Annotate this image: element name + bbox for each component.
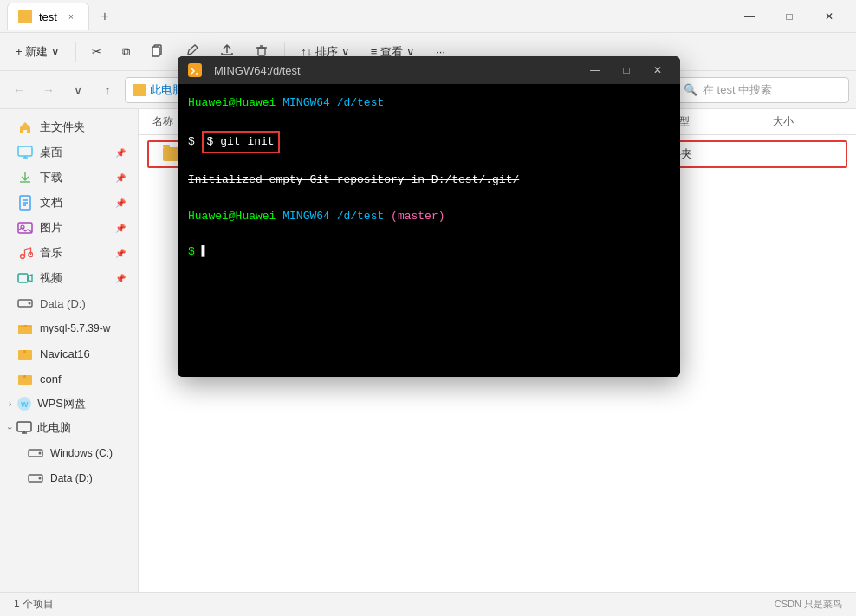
desktop-icon — [17, 145, 33, 160]
terminal-line-2: $ $ git init — [188, 131, 670, 154]
breadcrumb-folder-icon — [133, 84, 146, 96]
videos-icon — [17, 270, 33, 286]
title-bar: test × + — □ ✕ — [0, 0, 856, 33]
sidebar-item-navicat[interactable]: Navicat16 — [3, 341, 134, 366]
window-controls: — □ ✕ — [730, 3, 849, 30]
search-icon: 🔍 — [684, 83, 697, 96]
conf-folder-icon — [17, 371, 33, 386]
terminal-line-1: Huawei@Huawei MINGW64 /d/test — [188, 94, 670, 113]
svg-rect-2 — [258, 48, 265, 55]
wps-icon: W — [16, 396, 32, 412]
tab-close-button[interactable]: × — [64, 10, 78, 23]
svg-rect-3 — [18, 146, 32, 156]
svg-point-19 — [39, 452, 42, 455]
terminal-titlebar: MINGW64:/d/test — □ ✕ — [178, 56, 680, 84]
svg-rect-9 — [18, 274, 28, 282]
terminal-close-button[interactable]: ✕ — [645, 58, 670, 82]
sidebar-item-datad[interactable]: Data (D:) — [3, 291, 134, 315]
pc-chevron-icon: › — [5, 426, 15, 429]
sidebar-label-videos: 视频 — [40, 270, 62, 286]
cut-button[interactable]: ✂ — [83, 41, 110, 62]
tab-area: test × + — [7, 3, 730, 30]
terminal-minimize-button[interactable]: — — [583, 58, 607, 82]
terminal-maximize-button[interactable]: □ — [614, 58, 639, 82]
sidebar-section-pc[interactable]: › 此电脑 — [0, 416, 138, 440]
down-button[interactable]: ∨ — [66, 78, 90, 102]
sidebar: 主文件夹 桌面 📌 下载 📌 文档 📌 — [0, 109, 139, 592]
forward-button[interactable]: → — [36, 78, 61, 102]
wps-chevron-icon: › — [9, 399, 11, 409]
sidebar-label-desktop: 桌面 — [40, 145, 62, 160]
terminal-title-label: MINGW64:/d/test — [214, 64, 576, 77]
sidebar-label-pc: 此电脑 — [37, 420, 71, 436]
terminal-cursor: ▌ — [202, 245, 209, 258]
terminal-user-1: Huawei@Huawei — [188, 96, 276, 109]
sidebar-item-datad2[interactable]: Data (D:) — [3, 466, 134, 490]
new-button[interactable]: + 新建 ∨ — [7, 40, 68, 64]
sidebar-item-home[interactable]: 主文件夹 — [3, 115, 134, 139]
up-button[interactable]: ↑ — [95, 78, 120, 102]
sidebar-item-docs[interactable]: 文档 📌 — [3, 191, 134, 215]
terminal-git-init-highlight: $ git init — [202, 131, 280, 154]
sidebar-section-wps[interactable]: › W WPS网盘 — [0, 392, 138, 416]
minimize-button[interactable]: — — [730, 3, 769, 30]
sidebar-label-datad: Data (D:) — [40, 297, 86, 310]
terminal-path-1: MINGW64 /d/test — [282, 96, 384, 109]
videos-pin-icon: 📌 — [115, 274, 126, 283]
close-button[interactable]: ✕ — [809, 3, 849, 30]
sidebar-item-videos[interactable]: 视频 📌 — [3, 266, 134, 290]
sidebar-item-pics[interactable]: 图片 📌 — [3, 216, 134, 240]
download-icon — [17, 170, 33, 185]
svg-rect-1 — [152, 47, 159, 56]
status-right: CSDN 只是菜鸟 — [775, 598, 842, 611]
svg-text:W: W — [21, 400, 29, 409]
csdn-brand: CSDN 只是菜鸟 — [775, 598, 842, 611]
cut-icon: ✂ — [92, 45, 101, 58]
sidebar-label-datad2: Data (D:) — [50, 472, 93, 484]
desktop-pin-icon: 📌 — [115, 148, 126, 158]
back-button[interactable]: ← — [7, 78, 31, 102]
terminal-body[interactable]: Huawei@Huawei MINGW64 /d/test $ $ git in… — [178, 84, 680, 377]
datad2-icon — [28, 470, 43, 486]
terminal-branch: (master) — [391, 210, 444, 223]
sidebar-item-desktop[interactable]: 桌面 📌 — [3, 140, 134, 165]
sidebar-label-pics: 图片 — [40, 220, 62, 236]
maximize-button[interactable]: □ — [769, 3, 809, 30]
sidebar-label-conf: conf — [40, 373, 62, 386]
docs-icon — [17, 195, 33, 211]
svg-point-7 — [21, 255, 25, 259]
paste-button[interactable] — [142, 39, 173, 64]
sidebar-label-mysql: mysql-5.7.39-w — [40, 322, 110, 334]
svg-point-21 — [39, 477, 42, 480]
status-bar: 1 个项目 CSDN 只是菜鸟 — [0, 592, 856, 616]
search-placeholder: 在 test 中搜索 — [703, 82, 772, 98]
toolbar-separator-1 — [75, 42, 76, 62]
sidebar-item-mysql[interactable]: mysql-5.7.39-w — [3, 316, 134, 340]
docs-pin-icon: 📌 — [115, 198, 126, 208]
sidebar-label-music: 音乐 — [40, 245, 62, 261]
sidebar-item-conf[interactable]: conf — [3, 366, 134, 391]
sidebar-item-music[interactable]: 音乐 📌 — [3, 241, 134, 265]
copy-button[interactable]: ⧉ — [113, 41, 139, 63]
paste-icon — [151, 43, 165, 60]
tab-test[interactable]: test × — [7, 3, 89, 30]
copy-icon: ⧉ — [122, 45, 130, 59]
tab-label: test — [39, 10, 57, 23]
navicat-folder-icon — [17, 346, 33, 361]
new-tab-button[interactable]: + — [93, 4, 117, 29]
sidebar-label-wps: WPS网盘 — [37, 396, 86, 412]
tab-folder-icon — [18, 10, 32, 23]
sidebar-item-download[interactable]: 下载 📌 — [3, 165, 134, 190]
terminal-app-icon — [188, 63, 202, 77]
header-type: 类型 — [669, 114, 773, 129]
new-chevron: ∨ — [51, 45, 60, 58]
music-icon — [17, 245, 33, 261]
sidebar-label-download: 下载 — [40, 170, 62, 185]
sidebar-item-windowsc[interactable]: Windows (C:) — [3, 441, 134, 465]
drive-icon — [17, 295, 33, 311]
download-pin-icon: 📌 — [115, 173, 126, 183]
mysql-folder-icon — [17, 321, 33, 336]
status-count: 1 个项目 — [14, 597, 54, 612]
search-box[interactable]: 🔍 在 test 中搜索 — [676, 77, 849, 103]
pics-icon — [17, 220, 33, 236]
